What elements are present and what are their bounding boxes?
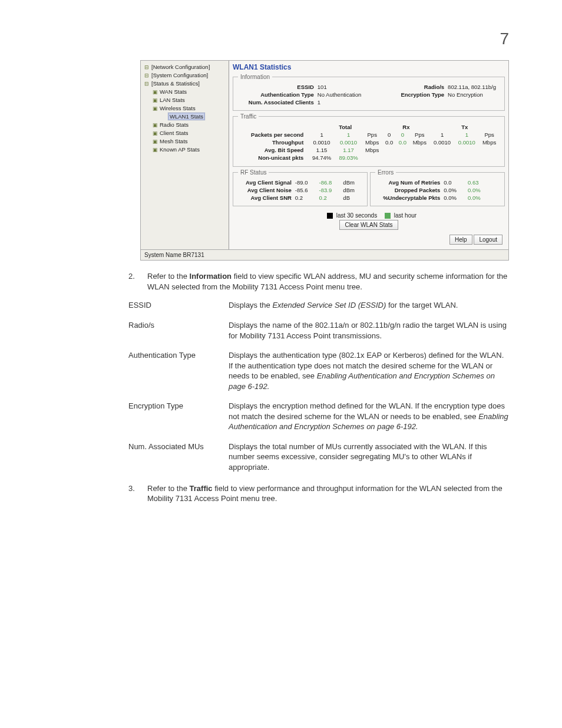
tree-item[interactable]: ⊟[Network Configuration] <box>142 63 227 71</box>
err-value: 0.0% <box>468 187 488 193</box>
errors-group: Errors Avg Num of Retries0.00.63Dropped … <box>370 169 505 206</box>
tree-icon: ▣ <box>153 129 160 137</box>
tree-icon: ▣ <box>153 137 160 146</box>
err-value: 0.0% <box>468 195 488 201</box>
nav-tree: ⊟[Network Configuration]⊟[System Configu… <box>141 61 229 249</box>
tree-icon: ▣ <box>153 146 160 154</box>
radios-label: Radio/s <box>368 84 444 90</box>
rf-value: dBm <box>343 187 362 193</box>
tree-label: Known AP Stats <box>160 146 200 153</box>
logout-button[interactable]: Logout <box>474 235 503 245</box>
rf-value: 0.2 <box>295 195 316 201</box>
tree-item[interactable]: ▣LAN Stats <box>142 96 227 104</box>
tree-icon: ⊟ <box>144 80 151 88</box>
text: Refer to the <box>147 484 190 493</box>
rf-value: dB <box>343 195 362 201</box>
rf-value: dBm <box>343 179 362 186</box>
tree-item[interactable]: ▣Radio Stats <box>142 121 227 129</box>
tree-item[interactable]: ⊟[Status & Statistics] <box>142 80 227 88</box>
tree-label: Radio Stats <box>160 121 189 128</box>
clear-wlan-stats-button[interactable]: Clear WLAN Stats <box>339 220 398 230</box>
step-2: 2. Refer to the Information field to vie… <box>128 271 509 292</box>
traffic-row: Throughput0.00100.0010Mbps0.00.0Mbps0.00… <box>238 139 500 146</box>
tree-label: [Network Configuration] <box>151 64 210 70</box>
step-3: 3. Refer to the Traffic field to view pe… <box>128 483 509 504</box>
tree-item[interactable]: WLAN1 Stats <box>142 113 227 121</box>
enc-label: Encryption Type <box>368 91 444 98</box>
tree-item[interactable]: ▣Known AP Stats <box>142 146 227 154</box>
panel-title: WLAN1 Statistics <box>233 62 505 74</box>
def-term: Encryption Type <box>128 401 229 432</box>
traffic-legend: Traffic <box>238 113 259 120</box>
information-group: Information ESSID 101 Radio/s 802.11a, 8… <box>233 74 505 111</box>
def-desc: Displays the total number of MUs current… <box>229 442 509 473</box>
tree-icon: ⊟ <box>144 71 151 80</box>
tree-label: Client Stats <box>160 130 189 136</box>
def-term: Authentication Type <box>128 350 229 391</box>
tree-label: LAN Stats <box>160 97 185 103</box>
tree-icon: ▣ <box>153 104 160 113</box>
tree-item[interactable]: ▣Mesh Stats <box>142 137 227 146</box>
err-label: Avg Num of Retries <box>375 179 440 186</box>
swatch-black-icon <box>327 213 333 219</box>
help-button[interactable]: Help <box>449 235 472 245</box>
information-legend: Information <box>238 74 272 80</box>
radios-value: 802.11a, 802.11b/g <box>448 84 496 90</box>
err-value: 0.0 <box>444 179 464 186</box>
legend-row: last 30 seconds last hour <box>233 209 505 220</box>
text-bold: Traffic <box>190 484 213 493</box>
err-value: 0.0% <box>444 195 464 201</box>
tree-label: WLAN1 Stats <box>168 113 205 120</box>
essid-label: ESSID <box>238 84 314 90</box>
rf-label: Avg Client SNR <box>238 195 292 201</box>
def-desc: Displays the authentication type (802.1x… <box>229 350 509 391</box>
status-bar: System Name BR7131 <box>141 249 508 260</box>
tree-icon: ▣ <box>153 121 160 129</box>
tree-icon: ⊟ <box>144 63 151 71</box>
tree-label: Wireless Stats <box>160 105 196 111</box>
rf-status-group: RF Status Avg Client Signal-89.0-86.8dBm… <box>233 169 368 206</box>
err-label: %Undecryptable Pkts <box>375 195 440 201</box>
essid-value: 101 <box>318 84 361 90</box>
swatch-green-icon <box>385 213 391 219</box>
rf-label: Avg Client Noise <box>238 187 292 193</box>
col-rx: Rx <box>382 123 430 131</box>
col-tx: Tx <box>430 123 500 131</box>
page-number: 7 <box>0 0 562 60</box>
tree-icon: ▣ <box>153 88 160 96</box>
tree-label: [Status & Statistics] <box>151 80 200 87</box>
traffic-row: Non-unicast pkts94.74%89.03% <box>238 154 500 162</box>
rf-label: Avg Client Signal <box>238 179 292 186</box>
def-desc: Displays the Extended Service Set ID (ES… <box>229 300 509 311</box>
tree-icon: ▣ <box>153 96 160 104</box>
rf-value: 0.2 <box>319 195 340 201</box>
wlan-stats-screenshot: ⊟[Network Configuration]⊟[System Configu… <box>140 60 509 261</box>
err-value: 0.63 <box>468 179 488 186</box>
tree-label: Mesh Stats <box>160 138 188 144</box>
rf-value: -83.9 <box>319 187 340 193</box>
enc-value: No Encryption <box>448 91 496 98</box>
auth-label: Authentication Type <box>238 91 314 98</box>
tree-item[interactable]: ▣Client Stats <box>142 129 227 137</box>
tree-item[interactable]: ⊟[System Configuration] <box>142 71 227 80</box>
rf-value: -89.0 <box>295 179 316 186</box>
auth-value: No Authentication <box>318 91 361 98</box>
rf-value: -86.8 <box>319 179 340 186</box>
legend-black-label: last 30 seconds <box>336 212 378 219</box>
traffic-row: Avg. Bit Speed1.151.17Mbps <box>238 146 500 154</box>
tree-label: WAN Stats <box>160 88 187 95</box>
document-body: 2. Refer to the Information field to vie… <box>128 271 509 503</box>
rf-legend: RF Status <box>238 169 269 176</box>
tree-item[interactable]: ▣Wireless Stats <box>142 104 227 113</box>
text-bold: Information <box>190 272 232 281</box>
clients-label: Num. Associated Clients <box>238 99 314 106</box>
def-term: ESSID <box>128 300 229 311</box>
tree-item[interactable]: ▣WAN Stats <box>142 88 227 96</box>
def-term: Radio/s <box>128 320 229 341</box>
err-value: 0.0% <box>444 187 464 193</box>
err-label: Dropped Packets <box>375 187 440 193</box>
text: Refer to the <box>147 272 190 281</box>
def-term: Num. Associated MUs <box>128 442 229 473</box>
tree-label: [System Configuration] <box>151 72 208 78</box>
traffic-group: Traffic TotalRxTxPackets per second11Pps… <box>233 113 505 167</box>
